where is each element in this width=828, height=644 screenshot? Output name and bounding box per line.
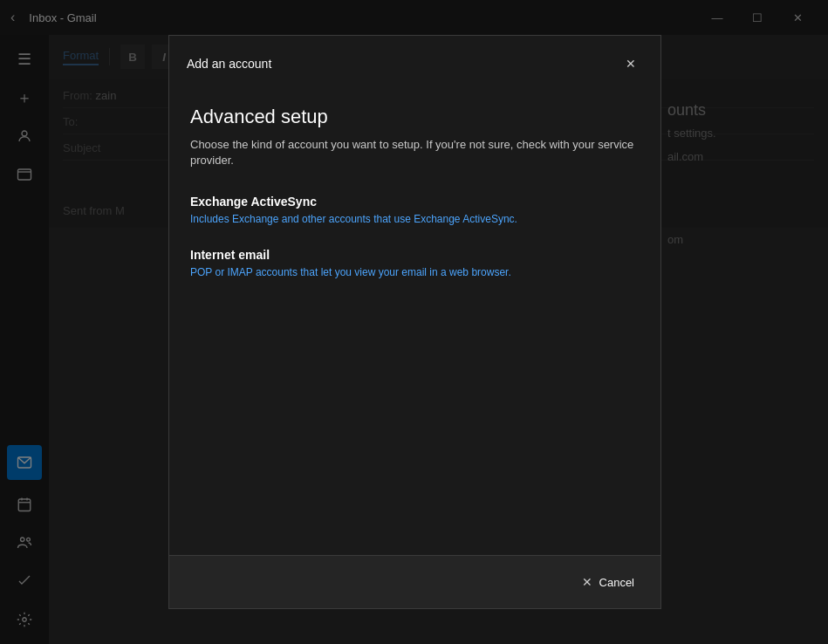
internet-email-option[interactable]: Internet email POP or IMAP accounts that…	[190, 248, 640, 280]
exchange-activesync-title: Exchange ActiveSync	[190, 195, 640, 209]
modal-description: Choose the kind of account you want to s…	[190, 137, 640, 168]
cancel-button[interactable]: ✕ Cancel	[573, 570, 643, 594]
exchange-activesync-option[interactable]: Exchange ActiveSync Includes Exchange an…	[190, 195, 640, 227]
modal-heading: Advanced setup	[190, 106, 640, 128]
internet-email-title: Internet email	[190, 248, 640, 262]
cancel-icon: ✕	[582, 575, 592, 589]
cancel-label: Cancel	[599, 576, 634, 589]
modal-header: Add an account ✕	[169, 36, 660, 88]
modal-body: Advanced setup Choose the kind of accoun…	[169, 88, 660, 555]
exchange-activesync-desc: Includes Exchange and other accounts tha…	[190, 212, 640, 227]
modal-header-title: Add an account	[187, 57, 271, 71]
modal-footer: ✕ Cancel	[169, 555, 660, 608]
modal-close-button[interactable]: ✕	[619, 51, 643, 76]
internet-email-desc: POP or IMAP accounts that let you view y…	[190, 265, 640, 280]
add-account-modal: Add an account ✕ Advanced setup Choose t…	[168, 35, 661, 609]
